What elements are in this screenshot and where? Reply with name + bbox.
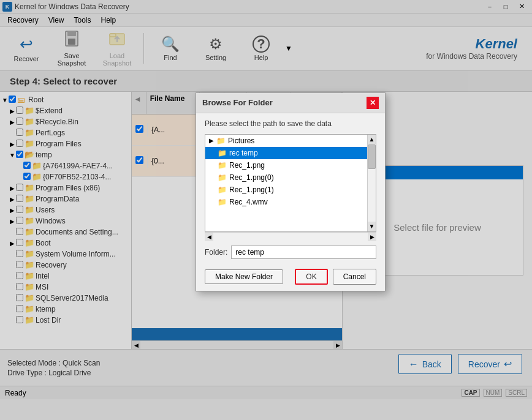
dialog-tree-rec4wmv[interactable]: 📁 Rec_4.wmv [205, 196, 376, 208]
dialog-close-button[interactable]: ✕ [367, 97, 379, 109]
dialog-tree-rec1png0[interactable]: 📁 Rec_1.png(0) [205, 171, 376, 184]
dialog-tree-pictures[interactable]: ▶ 📁 Pictures [205, 135, 376, 147]
dialog-ok-button[interactable]: OK [295, 269, 327, 285]
label-rec1png1: Rec_1.png(1) [229, 186, 274, 194]
dialog-title: Browse For Folder [202, 98, 273, 107]
folder-icon-rec1png1: 📁 [218, 186, 227, 194]
folder-icon-rec4wmv: 📁 [218, 198, 227, 206]
dialog-scroll-right[interactable]: ▶ [368, 233, 376, 241]
label-rec4wmv: Rec_4.wmv [229, 198, 268, 206]
dialog-instruction: Please select the path to save the data [205, 119, 376, 128]
browse-folder-dialog: Browse For Folder ✕ Please select the pa… [196, 92, 386, 291]
scroll-down-btn[interactable]: ▼ [368, 222, 376, 231]
dialog-cancel-button[interactable]: Cancel [333, 269, 376, 285]
dialog-folder-label: Folder: [205, 248, 227, 257]
expand-pictures[interactable]: ▶ [209, 137, 214, 144]
dialog-btn-group: OK Cancel [295, 269, 376, 285]
folder-icon-pictures: 📁 [216, 137, 226, 145]
label-rec-temp: rec temp [229, 149, 258, 157]
make-new-folder-button[interactable]: Make New Folder [205, 269, 283, 284]
dialog-buttons: Make New Folder OK Cancel [205, 265, 376, 285]
dialog-h-track[interactable] [213, 233, 368, 241]
folder-icon-rec-temp: 📁 [218, 149, 227, 157]
dialog-scroll-left[interactable]: ◀ [205, 233, 213, 241]
dialog-folder-path: Folder: [205, 246, 376, 259]
dialog-scroll-track[interactable] [368, 144, 376, 222]
dialog-folder-tree[interactable]: ▶ 📁 Pictures 📁 rec temp 📁 Rec_1.png [205, 134, 376, 232]
dialog-h-scroll[interactable]: ◀ ▶ [205, 232, 376, 241]
folder-icon-rec1png0: 📁 [218, 173, 227, 182]
dialog-tree-rec1png1[interactable]: 📁 Rec_1.png(1) [205, 184, 376, 196]
folder-icon-rec1png: 📁 [218, 161, 227, 170]
label-rec1png0: Rec_1.png(0) [229, 173, 274, 182]
scroll-thumb[interactable] [368, 144, 376, 169]
dialog-tree-rec1png[interactable]: 📁 Rec_1.png [205, 159, 376, 171]
dialog-folder-input[interactable] [231, 246, 376, 259]
scroll-up-btn[interactable]: ▲ [368, 135, 376, 144]
dialog-overlay: Browse For Folder ✕ Please select the pa… [0, 0, 532, 420]
dialog-tree-rec-temp[interactable]: 📁 rec temp [205, 147, 376, 159]
label-rec1png: Rec_1.png [229, 161, 265, 170]
label-pictures: Pictures [228, 137, 254, 145]
dialog-body: Please select the path to save the data … [196, 113, 385, 291]
dialog-titlebar: Browse For Folder ✕ [196, 93, 385, 113]
dialog-scrollbar[interactable]: ▲ ▼ [367, 135, 376, 231]
